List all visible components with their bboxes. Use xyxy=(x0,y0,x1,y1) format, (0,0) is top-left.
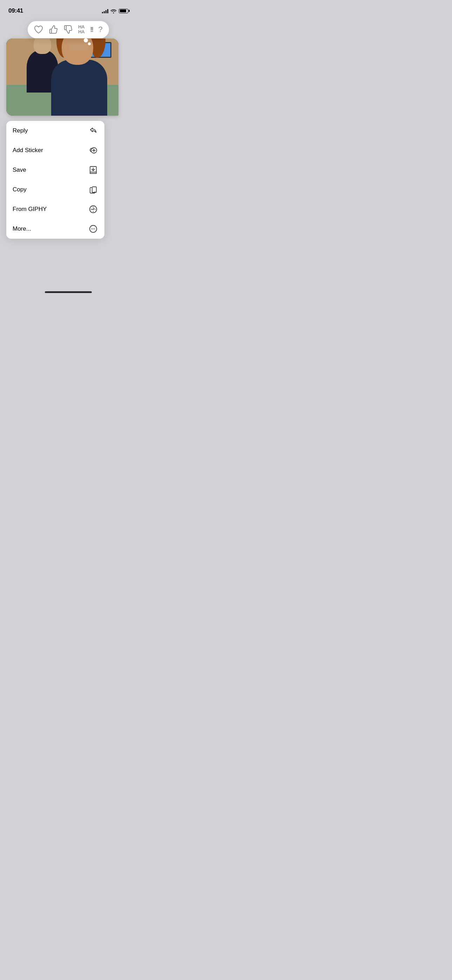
reaction-container: HAHA !! ? xyxy=(0,21,137,38)
copy-icon xyxy=(88,185,98,194)
menu-item-from-giphy[interactable]: From GIPHY xyxy=(6,199,104,219)
reaction-thumbsdown-button[interactable] xyxy=(64,25,73,34)
battery-icon xyxy=(119,9,128,13)
svg-point-7 xyxy=(94,229,95,229)
save-label: Save xyxy=(13,167,26,173)
reaction-heart-button[interactable] xyxy=(34,25,43,33)
from-giphy-label: From GIPHY xyxy=(13,206,46,213)
svg-point-5 xyxy=(91,229,92,229)
reply-icon xyxy=(88,126,98,136)
message-area xyxy=(6,38,131,116)
svg-point-6 xyxy=(93,229,94,229)
menu-item-more[interactable]: More... xyxy=(6,219,104,239)
add-sticker-icon xyxy=(88,145,98,155)
more-label: More... xyxy=(13,225,31,232)
reaction-thumbsup-button[interactable] xyxy=(49,25,58,34)
svg-rect-2 xyxy=(92,187,96,192)
reply-label: Reply xyxy=(13,127,28,134)
menu-item-reply[interactable]: Reply xyxy=(6,121,104,140)
status-time: 09:41 xyxy=(8,7,23,14)
reaction-question-button[interactable]: ? xyxy=(98,25,102,33)
copy-label: Copy xyxy=(13,186,27,193)
reaction-haha-button[interactable]: HAHA xyxy=(78,24,84,35)
wifi-icon xyxy=(110,8,117,13)
menu-item-add-sticker[interactable]: Add Sticker xyxy=(6,140,104,160)
menu-item-copy[interactable]: Copy xyxy=(6,180,104,199)
reaction-exclaim-button[interactable]: !! xyxy=(90,26,92,33)
add-sticker-label: Add Sticker xyxy=(13,147,43,154)
save-icon xyxy=(88,165,98,175)
home-indicator xyxy=(45,291,92,293)
message-image xyxy=(6,38,118,116)
reaction-pill: HAHA !! ? xyxy=(28,21,108,38)
context-menu: Reply Add Sticker Save Copy xyxy=(6,121,104,239)
giphy-icon xyxy=(88,204,98,214)
message-bubble xyxy=(6,38,118,116)
status-icons xyxy=(102,8,128,13)
menu-item-save[interactable]: Save xyxy=(6,160,104,180)
signal-icon xyxy=(102,8,108,13)
more-icon xyxy=(88,224,98,234)
status-bar: 09:41 xyxy=(0,0,137,17)
